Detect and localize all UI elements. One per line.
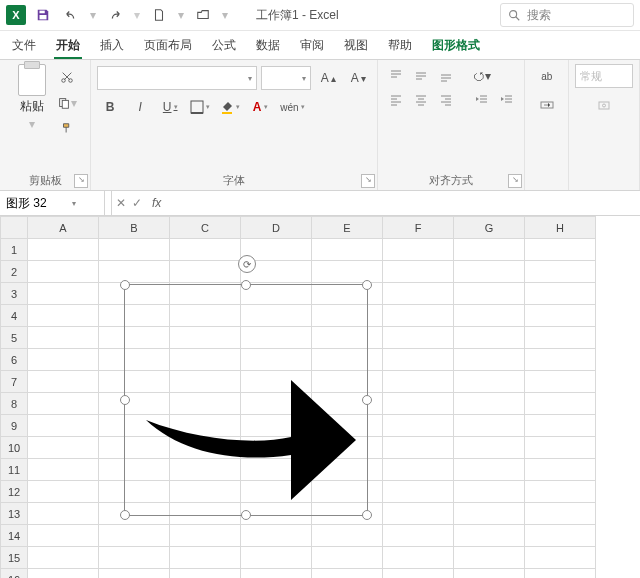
row-header-2[interactable]: 2 (1, 261, 28, 283)
formula-input[interactable] (169, 191, 640, 215)
tab-shape-format[interactable]: 图形格式 (430, 33, 482, 59)
cell-C14[interactable] (170, 525, 241, 547)
tab-data[interactable]: 数据 (254, 33, 282, 59)
row-header-7[interactable]: 7 (1, 371, 28, 393)
cell-B16[interactable] (99, 569, 170, 579)
cell-E1[interactable] (312, 239, 383, 261)
align-center-button[interactable] (411, 90, 431, 110)
underline-button[interactable]: U▾ (157, 96, 183, 118)
font-name-combo[interactable]: ▾ (97, 66, 257, 90)
cell-A7[interactable] (28, 371, 99, 393)
align-top-button[interactable] (386, 66, 406, 86)
cell-A1[interactable] (28, 239, 99, 261)
col-header-G[interactable]: G (454, 217, 525, 239)
row-header-3[interactable]: 3 (1, 283, 28, 305)
tab-file[interactable]: 文件 (10, 33, 38, 59)
row-header-9[interactable]: 9 (1, 415, 28, 437)
accept-formula-icon[interactable]: ✓ (132, 196, 142, 210)
resize-handle-sw[interactable] (120, 510, 130, 520)
cell-F12[interactable] (383, 481, 454, 503)
cell-A10[interactable] (28, 437, 99, 459)
cell-F3[interactable] (383, 283, 454, 305)
align-middle-button[interactable] (411, 66, 431, 86)
cell-A12[interactable] (28, 481, 99, 503)
cell-D14[interactable] (241, 525, 312, 547)
fill-color-button[interactable]: ▾ (217, 96, 243, 118)
cell-G12[interactable] (454, 481, 525, 503)
cell-F7[interactable] (383, 371, 454, 393)
resize-handle-e[interactable] (362, 395, 372, 405)
save-icon[interactable] (32, 4, 54, 26)
select-all-corner[interactable] (1, 217, 28, 239)
cell-A9[interactable] (28, 415, 99, 437)
selected-shape[interactable]: ⟳ (124, 284, 368, 516)
cell-F9[interactable] (383, 415, 454, 437)
tab-view[interactable]: 视图 (342, 33, 370, 59)
cell-H1[interactable] (525, 239, 596, 261)
orientation-button[interactable]: ⭯▾ (472, 66, 492, 86)
row-header-5[interactable]: 5 (1, 327, 28, 349)
cell-C16[interactable] (170, 569, 241, 579)
cell-G15[interactable] (454, 547, 525, 569)
rotate-handle[interactable]: ⟳ (238, 255, 256, 273)
col-header-H[interactable]: H (525, 217, 596, 239)
cell-C2[interactable] (170, 261, 241, 283)
name-box-dropdown-icon[interactable]: ▾ (72, 199, 76, 208)
cell-F6[interactable] (383, 349, 454, 371)
cell-A8[interactable] (28, 393, 99, 415)
italic-button[interactable]: I (127, 96, 153, 118)
row-header-12[interactable]: 12 (1, 481, 28, 503)
cell-F10[interactable] (383, 437, 454, 459)
cell-C15[interactable] (170, 547, 241, 569)
cell-G2[interactable] (454, 261, 525, 283)
resize-handle-ne[interactable] (362, 280, 372, 290)
cell-A5[interactable] (28, 327, 99, 349)
qat-customize-icon[interactable]: ▾ (220, 8, 230, 22)
cell-G13[interactable] (454, 503, 525, 525)
qat-dropdown-1[interactable]: ▾ (88, 8, 98, 22)
cell-A11[interactable] (28, 459, 99, 481)
indent-increase-button[interactable] (497, 90, 517, 110)
row-header-6[interactable]: 6 (1, 349, 28, 371)
col-header-C[interactable]: C (170, 217, 241, 239)
name-box-input[interactable] (4, 195, 68, 211)
font-size-combo[interactable]: ▾ (261, 66, 311, 90)
cell-A14[interactable] (28, 525, 99, 547)
grow-font-button[interactable]: A▴ (315, 67, 341, 89)
new-file-icon[interactable] (148, 4, 170, 26)
paste-button[interactable]: 粘贴 ▾ (12, 64, 52, 131)
cell-F8[interactable] (383, 393, 454, 415)
arrow-shape-icon[interactable] (125, 285, 367, 515)
cell-H10[interactable] (525, 437, 596, 459)
formula-bar[interactable] (169, 191, 640, 215)
tab-insert[interactable]: 插入 (98, 33, 126, 59)
cell-E16[interactable] (312, 569, 383, 579)
tab-help[interactable]: 帮助 (386, 33, 414, 59)
resize-handle-s[interactable] (241, 510, 251, 520)
open-file-icon[interactable] (192, 4, 214, 26)
tab-home[interactable]: 开始 (54, 33, 82, 59)
cell-H5[interactable] (525, 327, 596, 349)
cut-button[interactable] (56, 66, 78, 88)
cell-A4[interactable] (28, 305, 99, 327)
cell-H6[interactable] (525, 349, 596, 371)
currency-button[interactable] (591, 94, 617, 116)
cell-H2[interactable] (525, 261, 596, 283)
shrink-font-button[interactable]: A▾ (345, 67, 371, 89)
resize-handle-n[interactable] (241, 280, 251, 290)
cell-H14[interactable] (525, 525, 596, 547)
col-header-F[interactable]: F (383, 217, 454, 239)
bold-button[interactable]: B (97, 96, 123, 118)
fx-icon[interactable]: fx (148, 196, 165, 210)
cell-H3[interactable] (525, 283, 596, 305)
cell-A3[interactable] (28, 283, 99, 305)
cell-A6[interactable] (28, 349, 99, 371)
tab-layout[interactable]: 页面布局 (142, 33, 194, 59)
cell-C1[interactable] (170, 239, 241, 261)
phonetic-button[interactable]: wén▾ (277, 96, 307, 118)
cell-E2[interactable] (312, 261, 383, 283)
name-box[interactable]: ▾ (0, 191, 105, 215)
cell-H15[interactable] (525, 547, 596, 569)
qat-dropdown-2[interactable]: ▾ (176, 8, 186, 22)
cell-D16[interactable] (241, 569, 312, 579)
